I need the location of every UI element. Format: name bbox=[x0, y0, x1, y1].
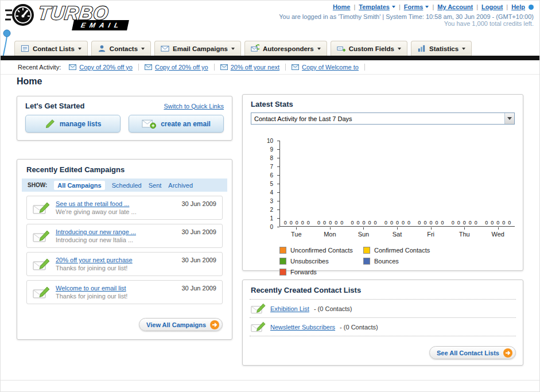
contact-list-item[interactable]: Exhibition List - (0 Contacts) bbox=[243, 300, 523, 317]
campaign-date: 30 Jun 2009 bbox=[181, 253, 216, 263]
nav-label: Help bbox=[511, 3, 525, 10]
campaign-title-link[interactable]: See us at the retail food ... bbox=[56, 200, 176, 207]
recent-activity-item[interactable]: Copy of 20% off yo bbox=[145, 64, 215, 71]
tab-label: Contact Lists bbox=[33, 45, 75, 52]
select-value: Contact Activity for the Last 7 Days bbox=[251, 115, 352, 122]
envelope-pencil-icon bbox=[33, 230, 50, 242]
chart-legend: Unconfirmed ContactsConfirmed ContactsUn… bbox=[279, 247, 515, 280]
tab-contacts[interactable]: Contacts bbox=[91, 41, 151, 56]
nav-help-link[interactable]: Help bbox=[511, 3, 525, 10]
y-axis-label: 8 bbox=[270, 155, 273, 161]
nav-forms-link[interactable]: Forms bbox=[404, 3, 429, 10]
nav-logout-link[interactable]: Logout bbox=[481, 3, 503, 10]
separator bbox=[399, 3, 401, 10]
y-axis-label: 4 bbox=[270, 189, 273, 196]
contact-list-name-link[interactable]: Newsletter Subscribers bbox=[270, 324, 335, 331]
chart-day-column: 00000 bbox=[481, 141, 515, 226]
y-axis-label: 2 bbox=[270, 207, 273, 213]
tab-custom-fields[interactable]: Custom Fields bbox=[331, 41, 407, 56]
divider bbox=[250, 336, 516, 336]
legend-swatch bbox=[363, 258, 370, 265]
tab-email-campaigns[interactable]: Email Campaigns bbox=[154, 41, 241, 56]
tab-label: Contacts bbox=[110, 45, 138, 52]
filter-all-campaigns[interactable]: All Campaigns bbox=[54, 181, 104, 190]
filter-sent[interactable]: Sent bbox=[149, 182, 162, 189]
chevron-down-icon bbox=[425, 6, 429, 8]
x-axis-label: Wed bbox=[481, 227, 515, 238]
filter-archived[interactable]: Archived bbox=[168, 182, 193, 189]
campaign-list-item[interactable]: Welcome to our email list Thanks for joi… bbox=[26, 280, 223, 304]
chevron-down-icon bbox=[392, 6, 395, 8]
see-all-contact-lists-button[interactable]: See All Contact Lists bbox=[429, 346, 516, 359]
recent-activity-item[interactable]: 20% off your next bbox=[220, 64, 286, 71]
logo-word-email: EMAIL bbox=[72, 20, 129, 30]
chart-value-label: 0 bbox=[407, 220, 410, 226]
envelope-plus-icon bbox=[142, 119, 156, 129]
chart-value-label: 0 bbox=[329, 220, 332, 226]
filter-scheduled[interactable]: Scheduled bbox=[112, 182, 142, 189]
recent-activity-item[interactable]: Copy of 20% off yo bbox=[69, 64, 139, 71]
chart-value-label: 0 bbox=[508, 220, 511, 226]
legend-label: Forwards bbox=[290, 269, 317, 275]
y-axis-label: 10 bbox=[267, 138, 273, 144]
button-label: manage lists bbox=[60, 120, 102, 128]
recent-activity-item[interactable]: Copy of Welcome to bbox=[292, 64, 365, 71]
separator bbox=[353, 3, 355, 10]
chart-value-label: 0 bbox=[384, 220, 387, 226]
arrow-right-icon bbox=[503, 348, 512, 358]
campaign-list-item[interactable]: Introducing our new range ... Introducin… bbox=[26, 224, 223, 248]
campaign-title-link[interactable]: 20% off your next purchase bbox=[56, 257, 176, 263]
legend-item: Bounces bbox=[363, 258, 447, 265]
show-label: SHOW: bbox=[28, 182, 47, 188]
chart-value-label: 0 bbox=[435, 220, 438, 226]
nav-home-link[interactable]: Home bbox=[333, 3, 351, 10]
tab-contact-lists[interactable]: Contact Lists bbox=[14, 41, 88, 56]
main-tab-strip: Contact Lists Contacts Email Campaigns A… bbox=[1, 40, 539, 56]
campaign-title-link[interactable]: Introducing our new range ... bbox=[56, 228, 176, 235]
tab-autoresponders[interactable]: Autoresponders bbox=[244, 41, 327, 56]
chart-value-label: 0 bbox=[452, 220, 454, 226]
y-axis-label: 3 bbox=[270, 198, 273, 204]
campaign-title-link[interactable]: Welcome to our email list bbox=[56, 285, 176, 292]
contact-list-name-link[interactable]: Exhibition List bbox=[270, 305, 309, 312]
chart-columns: 00000000000000000000000000000000000 bbox=[280, 141, 515, 226]
contact-lists-panel-title: Recently Created Contact Lists bbox=[243, 280, 523, 299]
contact-list-detail: - (0 Contacts) bbox=[340, 324, 378, 331]
button-label: create an email bbox=[161, 120, 211, 128]
campaign-subtitle: We're giving away our late ... bbox=[56, 208, 176, 215]
manage-lists-button[interactable]: manage lists bbox=[25, 115, 121, 133]
stats-activity-select[interactable]: Contact Activity for the Last 7 Days bbox=[251, 112, 515, 125]
email-icon bbox=[69, 64, 76, 70]
chart-value-label: 0 bbox=[323, 220, 326, 226]
y-axis-label: 9 bbox=[270, 146, 273, 153]
chart-value-label: 0 bbox=[301, 220, 304, 226]
create-email-button[interactable]: create an email bbox=[129, 115, 224, 133]
x-axis-label: Sun bbox=[347, 227, 380, 238]
chart-value-label: 0 bbox=[390, 220, 393, 226]
legend-item: Forwards bbox=[279, 269, 363, 275]
get-started-panel: Let's Get Started Switch to Quick Links … bbox=[17, 96, 232, 141]
chart-value-label: 0 bbox=[317, 220, 320, 226]
autoresponders-icon bbox=[251, 44, 259, 53]
speedometer-icon bbox=[5, 2, 35, 29]
view-all-campaigns-button[interactable]: View All Campaigns bbox=[139, 318, 223, 331]
contact-list-item[interactable]: Newsletter Subscribers - (0 Contacts) bbox=[243, 318, 523, 336]
chart-value-label: 0 bbox=[335, 220, 337, 226]
chart-value-label: 0 bbox=[396, 220, 399, 226]
nav-my-account-link[interactable]: My Account bbox=[437, 3, 473, 10]
chart-value-label: 0 bbox=[418, 220, 421, 226]
chart-value-label: 0 bbox=[284, 220, 287, 226]
chart-value-label: 0 bbox=[496, 220, 499, 226]
chart-plot: 00000000000000000000000000000000000 bbox=[279, 141, 515, 227]
campaign-list-item[interactable]: See us at the retail food ... We're givi… bbox=[26, 196, 223, 220]
tab-statistics[interactable]: Statistics bbox=[411, 41, 472, 56]
get-started-title: Let's Get Started bbox=[25, 102, 85, 110]
tab-label: Statistics bbox=[429, 45, 459, 52]
switch-quick-links-link[interactable]: Switch to Quick Links bbox=[164, 103, 224, 110]
y-axis-label: 0 bbox=[270, 224, 273, 230]
campaign-list-item[interactable]: 20% off your next purchase Thanks for jo… bbox=[26, 252, 223, 276]
recent-activity-label: Recent Activity: bbox=[18, 64, 61, 71]
arrow-right-icon bbox=[210, 320, 219, 329]
page: TURBO EMAIL Home Templates Forms My Acco… bbox=[0, 0, 540, 392]
nav-templates-link[interactable]: Templates bbox=[359, 3, 395, 10]
